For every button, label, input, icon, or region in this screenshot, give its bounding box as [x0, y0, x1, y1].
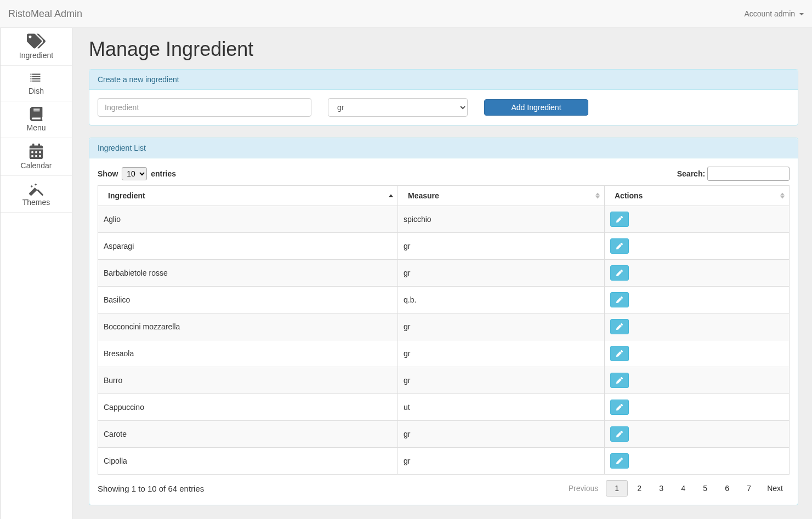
edit-button[interactable] — [610, 212, 629, 227]
pagination-page[interactable]: 2 — [629, 481, 650, 496]
ingredient-list-panel: Ingredient List Show 10 entries Search: — [89, 138, 798, 505]
table-row: Bocconcini mozzarellagr — [98, 313, 790, 340]
sidebar: Ingredient Dish Menu Calendar Themes — [0, 28, 72, 519]
cell-measure: gr — [398, 313, 605, 340]
edit-button[interactable] — [610, 400, 629, 415]
pencil-icon — [616, 216, 623, 223]
pencil-icon — [616, 323, 623, 330]
pagination: Previous1234567Next — [562, 480, 790, 497]
edit-button[interactable] — [610, 373, 629, 388]
table-row: Barbabietole rossegr — [98, 260, 790, 287]
book-icon — [28, 107, 44, 121]
caret-down-icon — [799, 13, 804, 15]
table-row: Cappuccinout — [98, 394, 790, 421]
pencil-icon — [616, 458, 623, 464]
table-row: Bresaolagr — [98, 340, 790, 367]
cell-measure: gr — [398, 367, 605, 394]
sidebar-item-label: Menu — [1, 123, 72, 132]
cell-measure: gr — [398, 260, 605, 287]
table-row: Carotegr — [98, 421, 790, 448]
wand-icon — [28, 181, 44, 196]
cell-measure: q.b. — [398, 287, 605, 313]
sidebar-item-calendar[interactable]: Calendar — [1, 138, 72, 176]
list-icon — [28, 71, 44, 84]
sidebar-item-label: Themes — [1, 198, 72, 207]
pagination-previous[interactable]: Previous — [562, 481, 605, 496]
cell-ingredient: Bresaola — [98, 340, 398, 367]
column-header-measure[interactable]: Measure — [398, 186, 605, 206]
show-pre: Show — [98, 169, 118, 178]
cell-actions — [605, 367, 790, 394]
edit-button[interactable] — [610, 292, 629, 307]
sidebar-item-menu[interactable]: Menu — [1, 101, 72, 138]
cell-ingredient: Basilico — [98, 287, 398, 313]
calendar-icon — [29, 144, 44, 159]
cell-measure: ut — [398, 394, 605, 421]
cell-actions — [605, 394, 790, 421]
entries-length-select[interactable]: 10 — [122, 167, 147, 180]
cell-actions — [605, 340, 790, 367]
edit-button[interactable] — [610, 346, 629, 361]
pagination-next[interactable]: Next — [760, 481, 790, 496]
cell-measure: gr — [398, 233, 605, 260]
sidebar-item-label: Calendar — [1, 161, 72, 170]
col-label: Actions — [615, 191, 643, 200]
cell-ingredient: Burro — [98, 367, 398, 394]
pencil-icon — [616, 350, 623, 357]
add-ingredient-button[interactable]: Add Ingredient — [484, 99, 588, 116]
table-row: Cipollagr — [98, 448, 790, 475]
pagination-page[interactable]: 6 — [717, 481, 737, 496]
cell-actions — [605, 260, 790, 287]
list-panel-heading: Ingredient List — [89, 138, 798, 158]
brand[interactable]: RistoMeal Admin — [8, 8, 82, 20]
cell-actions — [605, 287, 790, 313]
edit-button[interactable] — [610, 453, 629, 469]
pencil-icon — [616, 404, 623, 410]
search-label: Search: — [677, 167, 790, 181]
sort-desc-icon — [595, 196, 600, 199]
column-header-actions[interactable]: Actions — [605, 186, 790, 206]
edit-button[interactable] — [610, 319, 629, 334]
ingredient-name-input[interactable] — [98, 98, 311, 117]
cell-ingredient: Cipolla — [98, 448, 398, 475]
sidebar-item-label: Dish — [1, 87, 72, 95]
cell-measure: gr — [398, 421, 605, 448]
cell-actions — [605, 233, 790, 260]
cell-ingredient: Barbabietole rosse — [98, 260, 398, 287]
edit-button[interactable] — [610, 426, 629, 442]
column-header-ingredient[interactable]: Ingredient — [98, 186, 398, 206]
measure-select[interactable]: gr — [328, 98, 468, 117]
pagination-page[interactable]: 1 — [606, 480, 628, 497]
cell-measure: gr — [398, 448, 605, 475]
sidebar-item-dish[interactable]: Dish — [1, 66, 72, 101]
cell-ingredient: Asparagi — [98, 233, 398, 260]
pencil-icon — [616, 296, 623, 303]
cell-actions — [605, 421, 790, 448]
table-row: Basilicoq.b. — [98, 287, 790, 313]
table-row: Agliospicchio — [98, 206, 790, 233]
sidebar-item-label: Ingredient — [1, 51, 72, 60]
sidebar-item-themes[interactable]: Themes — [1, 176, 72, 213]
sort-asc-icon — [389, 195, 393, 197]
edit-button[interactable] — [610, 265, 629, 281]
edit-button[interactable] — [610, 238, 629, 254]
search-input[interactable] — [707, 167, 790, 181]
col-label: Measure — [408, 191, 439, 200]
table-row: Asparagigr — [98, 233, 790, 260]
pagination-page[interactable]: 4 — [673, 481, 694, 496]
table-info: Showing 1 to 10 of 64 entries — [98, 484, 204, 493]
tags-icon — [27, 33, 46, 49]
pagination-page[interactable]: 7 — [739, 481, 759, 496]
table-row: Burrogr — [98, 367, 790, 394]
cell-ingredient: Cappuccino — [98, 394, 398, 421]
pagination-page[interactable]: 5 — [695, 481, 716, 496]
top-navbar: RistoMeal Admin Account admin — [0, 0, 812, 28]
pagination-page[interactable]: 3 — [651, 481, 672, 496]
cell-ingredient: Carote — [98, 421, 398, 448]
sidebar-item-ingredient[interactable]: Ingredient — [1, 28, 72, 66]
account-dropdown[interactable]: Account admin — [745, 9, 804, 18]
col-label: Ingredient — [108, 191, 145, 200]
create-panel-heading: Create a new ingredient — [89, 70, 798, 90]
account-label: Account admin — [745, 9, 796, 18]
cell-actions — [605, 448, 790, 475]
